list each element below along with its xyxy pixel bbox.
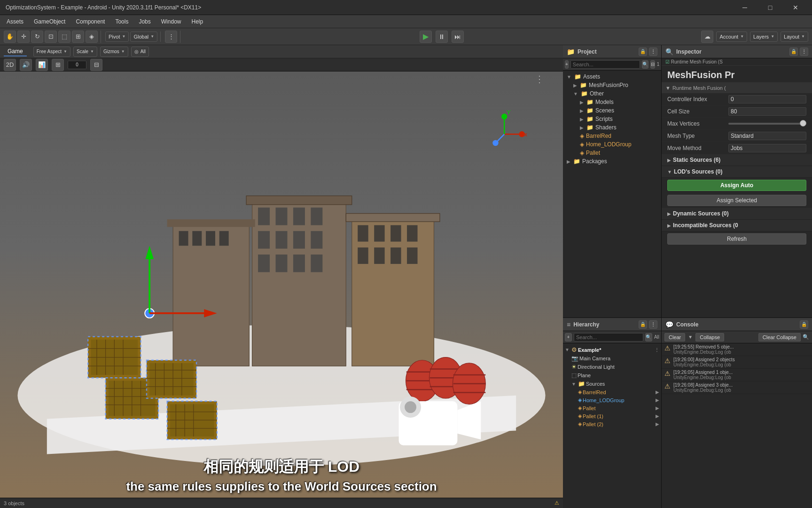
- project-barrelred-item[interactable]: ◈ BarrelRed: [563, 132, 661, 140]
- project-assets-item[interactable]: ▼ 📁 Assets: [563, 72, 661, 81]
- hierarchy-menu-icon[interactable]: ⋮: [649, 320, 657, 329]
- scale-dropdown[interactable]: Scale ▼: [73, 47, 97, 57]
- step-button[interactable]: ⏭: [452, 31, 464, 43]
- svg-text:Y: Y: [507, 109, 511, 116]
- slider-thumb[interactable]: [800, 120, 806, 127]
- hierarchy-add-icon[interactable]: +: [565, 333, 572, 341]
- play-button[interactable]: ▶: [420, 31, 432, 43]
- gizmos-dropdown[interactable]: Gizmos ▼: [100, 47, 128, 57]
- pallet1-arrow-icon[interactable]: ▶: [656, 413, 659, 419]
- hierarchy-search-input[interactable]: [574, 333, 643, 341]
- project-scenes-item[interactable]: ▶ 📁 Scenes: [563, 106, 661, 115]
- hierarchy-pallet2-item[interactable]: ◈ Pallet (2) ▶: [563, 420, 661, 428]
- project-shaders-item[interactable]: ▶ 📁 Shaders: [563, 123, 661, 132]
- project-add-icon[interactable]: +: [565, 60, 569, 69]
- hierarchy-light-item[interactable]: ☀ Directional Light: [563, 363, 661, 371]
- hierarchy-search-icon[interactable]: 🔍: [645, 333, 652, 341]
- project-menu-icon[interactable]: ⋮: [649, 48, 657, 56]
- project-packages-item[interactable]: ▶ 📁 Packages: [563, 157, 661, 166]
- project-other-item[interactable]: ▼ 📁 Other: [563, 89, 661, 98]
- move-tool[interactable]: ✛: [17, 31, 30, 43]
- project-scripts-item[interactable]: ▶ 📁 Scripts: [563, 115, 661, 123]
- assign-selected-button[interactable]: Assign Selected: [667, 195, 806, 206]
- sources-folder-icon: 📁: [578, 381, 585, 387]
- inspector-menu-icon[interactable]: ⋮: [800, 48, 808, 56]
- hierarchy-plane-item[interactable]: ⬚ Plane: [563, 371, 661, 380]
- game-stats-btn[interactable]: 📊: [36, 59, 48, 71]
- pallet2-arrow-icon[interactable]: ▶: [656, 421, 659, 427]
- menu-help[interactable]: Help: [187, 17, 208, 26]
- menu-tools[interactable]: Tools: [110, 17, 133, 26]
- menu-window[interactable]: Window: [156, 17, 186, 26]
- assign-auto-button[interactable]: Assign Auto: [667, 180, 806, 191]
- pivot-dropdown[interactable]: Pivot ▼: [105, 32, 129, 42]
- console-clear-collapse-button[interactable]: Clear Collapse: [758, 333, 801, 341]
- barrelred-arrow-icon[interactable]: ▶: [656, 389, 659, 395]
- aspect-dropdown[interactable]: Free Aspect ▼: [33, 47, 70, 57]
- project-view-icon[interactable]: ⊟: [650, 60, 655, 69]
- menu-component[interactable]: Component: [71, 17, 109, 26]
- hierarchy-maincamera-item[interactable]: 📷 Main Camera: [563, 354, 661, 363]
- console-collapse-button[interactable]: Collapse: [695, 333, 724, 341]
- grid-btn[interactable]: ⊟: [90, 59, 102, 71]
- transform-tool[interactable]: ⊞: [72, 31, 84, 43]
- menu-jobs[interactable]: Jobs: [134, 17, 155, 26]
- game-2d-btn[interactable]: 2D: [4, 59, 16, 71]
- account-dropdown[interactable]: Account ▼: [716, 32, 747, 42]
- menu-assets[interactable]: Assets: [2, 17, 28, 26]
- all-dropdown[interactable]: ◎ All: [131, 47, 149, 57]
- project-lock-icon[interactable]: 🔒: [639, 48, 647, 56]
- project-search-input[interactable]: [570, 60, 640, 69]
- incompatible-sources-section[interactable]: ▶ Incompatible Sources (0: [662, 220, 812, 231]
- project-meshfusionpro-item[interactable]: ▶ 📁 MeshFusionPro: [563, 81, 661, 89]
- project-pallet-item[interactable]: ◈ Pallet: [563, 149, 661, 157]
- dynamic-sources-section[interactable]: ▶ Dynamic Sources (0): [662, 208, 812, 220]
- pause-button[interactable]: ⏸: [436, 31, 448, 43]
- window-controls[interactable]: ─ □ ✕: [734, 0, 806, 15]
- cell-size-value[interactable]: 80: [728, 107, 806, 116]
- lod-sources-section[interactable]: ▼ LOD's Sources (0): [662, 166, 812, 178]
- hierarchy-barrelred-item[interactable]: ◈ BarrelRed ▶: [563, 388, 661, 396]
- pallet-arrow-icon[interactable]: ▶: [656, 405, 659, 411]
- close-button[interactable]: ✕: [785, 0, 806, 15]
- minimize-button[interactable]: ─: [734, 0, 756, 15]
- game-tab[interactable]: Game: [4, 47, 27, 56]
- mesh-type-value[interactable]: Standard: [728, 132, 806, 140]
- scene-canvas[interactable]: x Y ◄ Persp ⋮ 相同的规则适用于 LOD the same rule…: [0, 71, 563, 508]
- example-menu-icon[interactable]: ⋮: [655, 347, 659, 352]
- hierarchy-example-item[interactable]: ▼ ⚙ Example* ⋮: [563, 345, 661, 354]
- layout-dropdown[interactable]: Layout ▼: [781, 32, 808, 42]
- menu-gameobject[interactable]: GameObject: [29, 17, 70, 26]
- hierarchy-pallet-item[interactable]: ◈ Pallet ▶: [563, 404, 661, 412]
- game-audio-btn[interactable]: 🔊: [20, 59, 32, 71]
- hierarchy-sources-item[interactable]: ▼ 📁 Sources: [563, 380, 661, 388]
- console-clear-button[interactable]: Clear: [664, 333, 685, 341]
- game-layers-icon[interactable]: ⊞: [52, 59, 64, 71]
- scene-options-icon[interactable]: ⋮: [535, 73, 544, 85]
- rotate-tool[interactable]: ↻: [31, 31, 43, 43]
- console-scroll[interactable]: ⚠ [19:25:55] Removed 5 obje... UnityEngi…: [662, 343, 812, 508]
- static-sources-section[interactable]: ▶ Static Sources (6): [662, 154, 812, 166]
- max-vertices-slider[interactable]: [728, 123, 806, 125]
- maximize-button[interactable]: □: [759, 0, 781, 15]
- project-search-icon[interactable]: 🔍: [642, 60, 648, 69]
- snap-btn[interactable]: ⋮: [165, 31, 177, 43]
- move-method-value[interactable]: Jobs: [728, 144, 806, 152]
- hand-tool[interactable]: ✋: [4, 31, 16, 43]
- refresh-button[interactable]: Refresh: [667, 233, 806, 245]
- hierarchy-pallet1-item[interactable]: ◈ Pallet (1) ▶: [563, 412, 661, 420]
- hierarchy-lock-icon[interactable]: 🔒: [639, 320, 647, 329]
- inspector-lock-icon[interactable]: 🔒: [789, 48, 798, 56]
- project-models-item[interactable]: ▶ 📁 Models: [563, 98, 661, 106]
- global-dropdown[interactable]: Global ▼: [130, 32, 157, 42]
- console-lock-icon[interactable]: 🔒: [800, 320, 808, 329]
- layers-dropdown[interactable]: Layers ▼: [750, 32, 778, 42]
- rect-tool[interactable]: ⬚: [58, 31, 70, 43]
- hierarchy-homelod-item[interactable]: ◈ Home_LODGroup ▶: [563, 396, 661, 404]
- scale-tool[interactable]: ⊡: [45, 31, 57, 43]
- project-homelod-item[interactable]: ◈ Home_LODGroup: [563, 140, 661, 149]
- controller-index-value[interactable]: 0: [728, 95, 806, 103]
- cloud-services-icon[interactable]: ☁: [701, 31, 713, 43]
- custom-tool[interactable]: ◈: [86, 31, 98, 43]
- homelod-arrow-icon[interactable]: ▶: [656, 397, 659, 403]
